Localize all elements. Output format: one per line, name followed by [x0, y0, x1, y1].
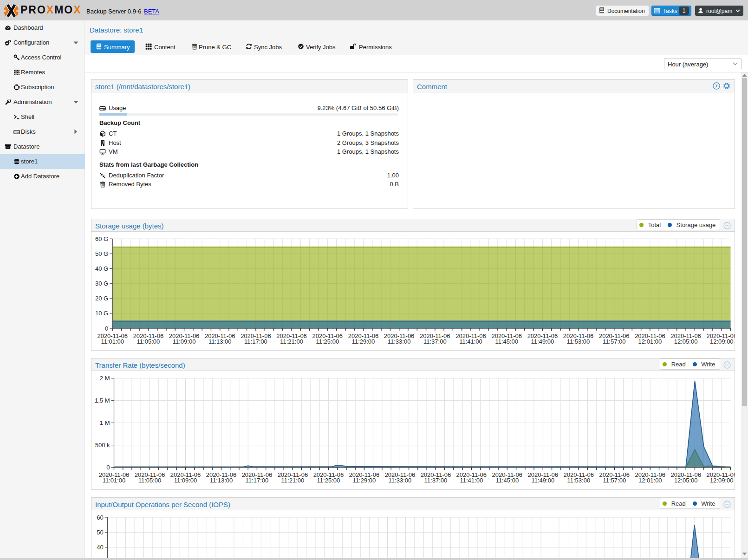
svg-text:12:05:00: 12:05:00	[674, 477, 698, 484]
svg-text:11:17:00: 11:17:00	[246, 477, 269, 484]
svg-text:11:41:00: 11:41:00	[459, 338, 482, 345]
svg-text:0: 0	[105, 325, 108, 332]
svg-text:40: 40	[97, 544, 103, 551]
svg-text:11:29:00: 11:29:00	[353, 477, 376, 484]
svg-text:11:45:00: 11:45:00	[495, 477, 519, 484]
svg-text:500 k: 500 k	[95, 442, 110, 449]
svg-text:11:25:00: 11:25:00	[317, 477, 340, 484]
svg-text:11:41:00: 11:41:00	[460, 477, 483, 484]
svg-text:12:01:00: 12:01:00	[638, 338, 662, 345]
svg-text:11:13:00: 11:13:00	[210, 477, 233, 484]
svg-text:11:25:00: 11:25:00	[316, 338, 339, 345]
svg-text:11:49:00: 11:49:00	[531, 338, 554, 345]
svg-text:20 G: 20 G	[95, 295, 108, 302]
svg-text:30 G: 30 G	[95, 280, 108, 287]
svg-text:11:33:00: 11:33:00	[389, 477, 412, 484]
svg-text:12:09:00: 12:09:00	[710, 338, 734, 345]
svg-text:12:01:00: 12:01:00	[638, 477, 662, 484]
svg-text:11:21:00: 11:21:00	[281, 477, 305, 484]
svg-text:11:57:00: 11:57:00	[603, 338, 626, 345]
svg-text:11:45:00: 11:45:00	[495, 338, 518, 345]
svg-text:12:05:00: 12:05:00	[674, 338, 698, 345]
svg-text:11:05:00: 11:05:00	[138, 477, 162, 484]
svg-text:2 M: 2 M	[100, 375, 110, 382]
svg-text:11:37:00: 11:37:00	[424, 477, 448, 484]
svg-text:11:01:00: 11:01:00	[101, 338, 124, 345]
svg-text:0: 0	[106, 464, 110, 471]
svg-text:11:33:00: 11:33:00	[388, 338, 411, 345]
svg-text:60: 60	[97, 514, 103, 521]
svg-text:11:13:00: 11:13:00	[208, 338, 232, 345]
svg-text:40 G: 40 G	[95, 265, 108, 272]
svg-text:11:57:00: 11:57:00	[603, 477, 626, 484]
svg-text:11:49:00: 11:49:00	[531, 477, 554, 484]
svg-text:11:09:00: 11:09:00	[173, 338, 196, 345]
svg-text:11:53:00: 11:53:00	[567, 477, 590, 484]
svg-text:60 G: 60 G	[95, 235, 108, 242]
svg-text:11:01:00: 11:01:00	[103, 477, 126, 484]
svg-text:50 G: 50 G	[95, 250, 108, 257]
svg-text:11:17:00: 11:17:00	[244, 338, 267, 345]
svg-text:1 M: 1 M	[100, 419, 110, 426]
svg-text:11:37:00: 11:37:00	[423, 338, 447, 345]
svg-text:11:05:00: 11:05:00	[137, 338, 160, 345]
svg-text:50: 50	[97, 529, 103, 536]
svg-text:11:29:00: 11:29:00	[352, 338, 375, 345]
svg-text:1.5 M: 1.5 M	[95, 397, 110, 404]
svg-text:11:21:00: 11:21:00	[280, 338, 303, 345]
svg-text:11:09:00: 11:09:00	[174, 477, 197, 484]
svg-text:10 G: 10 G	[95, 310, 108, 317]
svg-text:12:09:00: 12:09:00	[710, 477, 734, 484]
svg-text:11:53:00: 11:53:00	[567, 338, 590, 345]
